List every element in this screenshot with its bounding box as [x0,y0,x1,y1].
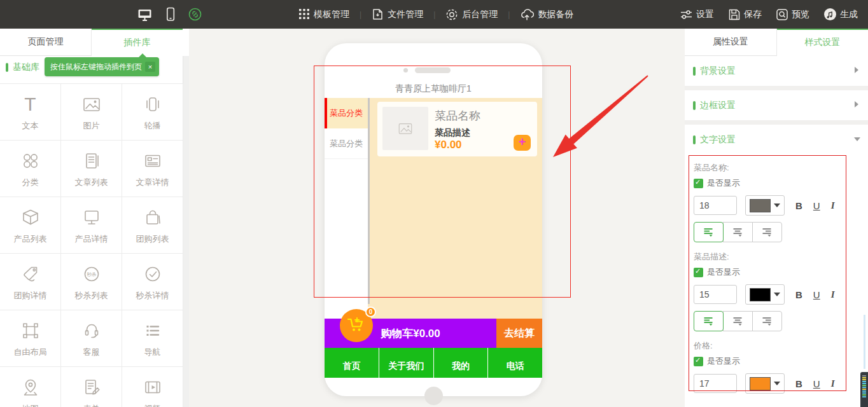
align-right-button[interactable] [752,222,782,242]
preview-button[interactable]: 预览 [776,8,809,21]
section-border-settings[interactable]: 边框设置 [685,90,868,120]
desktop-preview-button[interactable] [137,8,153,22]
save-button[interactable]: 保存 [728,8,762,21]
font-size-input-price[interactable] [694,374,737,393]
color-dropdown-dish-desc[interactable] [745,284,785,305]
green-bar-marker [693,101,696,110]
bold-button[interactable]: B [795,289,802,300]
settings-panel: 属性设置 样式设置 背景设置 边框设置 文字设置 菜品名称: 是否显示 BUI [685,29,868,407]
nav-item-mine[interactable]: 我的 [434,348,489,378]
color-dropdown-price[interactable] [745,373,785,394]
editor-canvas[interactable]: 青青原上草咖啡厅1 菜品分类 菜品分类 菜品名称 菜品描述 ¥0.00 + [189,29,685,407]
nav-item-about[interactable]: 关于我们 [379,348,434,378]
carousel-icon [143,93,163,116]
left-tabs: 页面管理 插件库 [0,29,183,56]
tooltip-text: 按住鼠标左键拖动插件到页 [50,62,142,72]
right-tabs: 属性设置 样式设置 [685,29,868,56]
bold-button[interactable]: B [795,378,802,389]
text-icon: T [24,95,36,114]
plugin-item-seckill-detail[interactable]: 秒杀详情 [122,254,183,310]
home-button[interactable] [424,387,443,405]
link-mode-button[interactable] [188,8,202,21]
nav-item-home[interactable]: 首页 [325,348,379,378]
close-icon[interactable]: × [145,62,155,72]
green-bar-marker [693,135,696,144]
add-to-cart-button[interactable]: + [514,135,531,151]
plugin-item-product-list[interactable]: 产品列表 [0,197,61,254]
plugin-item-article-list[interactable]: 文章列表 [61,141,122,197]
menu-backend-manage[interactable]: 后台管理 [445,8,498,21]
section-background-settings[interactable]: 背景设置 [685,56,868,86]
settings-button[interactable]: 设置 [680,8,714,21]
minimap-scrollbar-widget[interactable] [860,372,868,407]
bottom-nav: 首页 关于我们 我的 电话 [325,348,542,378]
checkout-button[interactable]: 去结算 [496,319,542,348]
plugin-item-seckill-list[interactable]: 秒杀秒杀列表 [61,254,122,310]
align-left-button[interactable] [694,222,724,242]
left-panel-scrollbar[interactable] [183,56,189,407]
plugin-item-carousel[interactable]: 轮播 [122,84,183,141]
align-group-dish-name [694,222,868,242]
plugin-item-category[interactable]: 分类 [0,141,61,197]
section-text-settings[interactable]: 文字设置 [685,125,868,155]
plugin-item-service[interactable]: 客服 [61,310,122,367]
phone-preview: 青青原上草咖啡厅1 菜品分类 菜品分类 菜品名称 菜品描述 ¥0.00 + [325,43,542,396]
svg-text:秒杀: 秒杀 [87,271,97,277]
font-size-input-dish-desc[interactable] [694,285,737,304]
category-item-selected[interactable]: 菜品分类 [325,98,368,128]
underline-button[interactable]: U [813,200,820,211]
bold-button[interactable]: B [795,200,802,211]
plugin-item-nav[interactable]: 导航 [122,310,183,367]
color-dropdown-dish-name[interactable] [745,195,785,216]
font-size-input-dish-name[interactable] [694,196,737,215]
tab-property-settings[interactable]: 属性设置 [685,29,777,55]
align-left-button[interactable] [694,311,724,331]
menu-template-manage[interactable]: 模板管理 [299,9,349,20]
plugin-item-groupbuy-detail[interactable]: 团购详情 [0,254,61,310]
field-label-dish-name: 菜品名称: [694,162,868,174]
underline-button[interactable]: U [813,378,820,389]
plugin-item-image[interactable]: 图片 [61,84,122,141]
link-icon [188,8,202,21]
tab-style-settings[interactable]: 样式设置 [777,29,868,56]
menu-data-backup[interactable]: 数据备份 [520,8,573,20]
dish-list-area[interactable]: 菜品名称 菜品描述 ¥0.00 + [368,98,542,319]
plugin-item-product-detail[interactable]: 产品详情 [61,197,122,254]
italic-button[interactable]: I [831,289,835,300]
plugin-item-map[interactable]: 地图 [0,367,61,407]
text-settings-body: 菜品名称: 是否显示 BUI 菜品描述: 是否显示 BUI 价格: 是否显示 [685,155,868,407]
align-center-button[interactable] [723,311,753,331]
tab-page-manage[interactable]: 页面管理 [0,29,92,55]
checkbox-show-price[interactable] [694,357,703,366]
page-title[interactable]: 青青原上草咖啡厅1 [325,80,542,98]
category-item[interactable]: 菜品分类 [325,128,368,159]
plugin-item-form[interactable]: 表单 [61,367,122,407]
align-right-button[interactable] [752,311,782,331]
file-icon [372,8,384,20]
italic-button[interactable]: I [831,200,835,211]
plugin-item-free-layout[interactable]: 自由布局 [0,310,61,367]
align-center-button[interactable] [723,222,753,242]
underline-button[interactable]: U [813,289,820,300]
article-list-icon [81,149,102,172]
mobile-preview-button[interactable] [165,7,176,22]
sliders-icon [680,8,693,21]
toolbar-menu: 模板管理 | 文件管理 | 后台管理 | 数据备份 [299,0,573,29]
right-panel-scrollbar[interactable] [864,315,865,369]
nav-item-phone[interactable]: 电话 [488,348,542,378]
tab-plugin-library[interactable]: 插件库 [92,29,183,56]
dish-list-scrollbar[interactable] [368,98,370,304]
cart-bar: 购物车¥0.00 去结算 0 [325,319,542,348]
product-list-icon [20,206,41,229]
dish-card[interactable]: 菜品名称 菜品描述 ¥0.00 + [377,102,537,156]
italic-button[interactable]: I [831,378,835,389]
plugin-item-text[interactable]: T文本 [0,84,61,141]
checkbox-show-dish-name[interactable] [694,179,703,188]
plugin-item-article-detail[interactable]: 文章详情 [122,141,183,197]
save-icon [728,8,741,21]
checkbox-show-dish-desc[interactable] [694,268,703,277]
generate-button[interactable]: 生成 [823,8,858,21]
plugin-item-groupbuy-list[interactable]: 团购列表 [122,197,183,254]
plugin-item-video[interactable]: 视频 [122,367,183,407]
menu-file-manage[interactable]: 文件管理 [372,8,423,20]
